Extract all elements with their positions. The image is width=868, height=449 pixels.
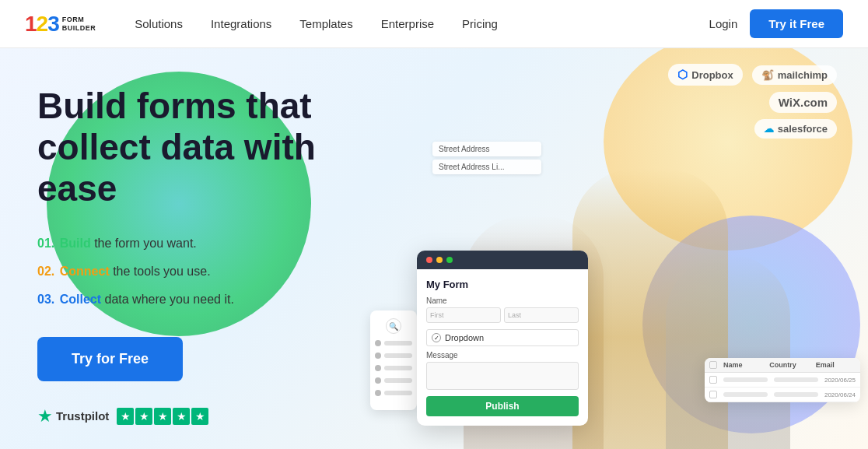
- nav-enterprise[interactable]: Enterprise: [370, 11, 445, 37]
- form-last-input: Last: [504, 307, 579, 323]
- mailchimp-logo: 🐒 mailchimp: [752, 65, 837, 85]
- nav-right: Login Try it Free: [709, 9, 843, 38]
- logo-digit-1: 1: [25, 12, 37, 36]
- trustpilot-stars: ★ ★ ★ ★ ★: [117, 408, 208, 425]
- table-mock: Name Country Email 2020/06/25 2020/06/24: [705, 358, 860, 402]
- trustpilot-logo: ★ Trustpilot: [37, 406, 109, 426]
- form-dropdown: ✓ Dropdown: [426, 329, 579, 346]
- star-4: ★: [173, 408, 190, 425]
- sidebar-icon-5: [375, 390, 381, 396]
- table-row-2-name: [723, 392, 768, 397]
- form-mock: My Form Name First Last ✓ Dropdown Messa…: [417, 251, 588, 426]
- sidebar-item-4: [375, 377, 412, 384]
- trustpilot-section: ★ Trustpilot ★ ★ ★ ★ ★: [37, 406, 404, 426]
- logo[interactable]: 123 FORM BUILDER: [25, 13, 96, 35]
- integration-row-2: WiX.com: [668, 92, 837, 113]
- star-2: ★: [135, 408, 152, 425]
- hero-right-visual: ⬡ Dropbox 🐒 mailchimp WiX.com ☁ salesfor…: [355, 48, 868, 449]
- step-1-number: 01.: [37, 237, 54, 250]
- form-name-fields: First Last: [426, 307, 579, 323]
- table-header-check: [709, 361, 717, 369]
- step-2-text: the tools you use.: [113, 265, 210, 278]
- step-3-number: 03.: [37, 293, 54, 306]
- integration-row-1: ⬡ Dropbox 🐒 mailchimp: [668, 64, 837, 86]
- integration-logos: ⬡ Dropbox 🐒 mailchimp WiX.com ☁ salesfor…: [668, 64, 837, 139]
- sidebar-icon-3: [375, 365, 381, 371]
- logo-digit-3: 3: [47, 12, 59, 36]
- table-col-email: Email: [816, 361, 856, 369]
- integration-row-3: ☁ salesforce: [668, 119, 837, 139]
- nav-solutions[interactable]: Solutions: [124, 11, 194, 37]
- nav-templates[interactable]: Templates: [289, 11, 363, 37]
- address-input-1: Street Address: [432, 142, 541, 156]
- form-publish-button[interactable]: Publish: [426, 396, 579, 416]
- table-row-2: 2020/06/24: [705, 388, 860, 402]
- mailchimp-icon: 🐒: [761, 69, 774, 81]
- star-3: ★: [154, 408, 171, 425]
- star-5: ★: [191, 408, 208, 425]
- table-col-country: Country: [769, 361, 809, 369]
- sidebar-icon-4: [375, 377, 381, 384]
- address-input-2: Street Address Li...: [432, 160, 541, 174]
- sidebar-item-3: [375, 365, 412, 371]
- table-row-1-date: 2020/06/25: [824, 377, 856, 384]
- sidebar-line-3: [384, 366, 412, 370]
- nav-pricing[interactable]: Pricing: [451, 11, 509, 37]
- step-3-keyword: Collect: [60, 293, 101, 306]
- form-mock-title: My Form: [426, 279, 579, 290]
- step-2-keyword: Connect: [60, 265, 110, 278]
- sidebar-icon-2: [375, 353, 381, 359]
- table-row-1-check: [709, 376, 717, 384]
- step-3: 03. Collect data where you need it.: [37, 290, 404, 309]
- form-message-textarea: [426, 362, 579, 390]
- window-dot-yellow: [436, 257, 443, 263]
- sidebar-line-4: [384, 378, 412, 383]
- salesforce-icon: ☁: [764, 123, 774, 135]
- steps-list: 01. Build the form you want. 02. Connect…: [37, 234, 404, 309]
- sidebar-item-1: [375, 340, 412, 346]
- person-3-silhouette: [666, 254, 790, 449]
- step-2-number: 02.: [37, 265, 54, 278]
- logo-digits: 123: [25, 13, 59, 35]
- try-for-free-button[interactable]: Try for Free: [37, 337, 183, 381]
- dropbox-logo: ⬡ Dropbox: [668, 64, 742, 86]
- table-header-row: Name Country Email: [705, 358, 860, 373]
- hero-headline: Build forms that collect data with ease: [37, 86, 404, 209]
- try-it-free-button[interactable]: Try it Free: [750, 9, 843, 38]
- trustpilot-star-icon: ★: [37, 406, 53, 426]
- sidebar-icon-1: [375, 340, 381, 346]
- dropdown-icon: ✓: [432, 333, 441, 342]
- address-inputs-mock: Street Address Street Address Li...: [432, 142, 541, 177]
- nav-integrations[interactable]: Integrations: [200, 11, 282, 37]
- salesforce-logo: ☁ salesforce: [754, 119, 837, 139]
- wix-icon: WiX.com: [779, 96, 828, 109]
- star-1: ★: [117, 408, 134, 425]
- sidebar-line-1: [384, 341, 412, 346]
- table-row-1: 2020/06/25: [705, 373, 860, 388]
- hero-left-content: Build forms that collect data with ease …: [0, 48, 404, 449]
- table-row-2-check: [709, 391, 717, 398]
- dropbox-icon: ⬡: [677, 68, 688, 82]
- trustpilot-name: Trustpilot: [56, 409, 109, 423]
- wix-logo: WiX.com: [769, 92, 837, 113]
- step-1: 01. Build the form you want.: [37, 234, 404, 253]
- form-mock-header: [417, 251, 588, 269]
- navbar: 123 FORM BUILDER Solutions Integrations …: [0, 0, 868, 48]
- sidebar-line-2: [384, 353, 412, 358]
- window-dot-green: [446, 257, 453, 263]
- step-2: 02. Connect the tools you use.: [37, 262, 404, 281]
- logo-subtitle: FORM BUILDER: [62, 16, 96, 33]
- form-message-label: Message: [426, 351, 579, 360]
- step-3-text: data where you need it.: [105, 293, 234, 306]
- table-row-1-name: [723, 377, 768, 382]
- window-dot-red: [426, 257, 432, 263]
- builder-sidebar-mock: 🔍: [370, 310, 417, 410]
- nav-links: Solutions Integrations Templates Enterpr…: [124, 11, 709, 37]
- sidebar-item-5: [375, 390, 412, 396]
- table-row-2-country: [774, 392, 818, 397]
- sidebar-line-5: [384, 391, 412, 395]
- hero-section: Build forms that collect data with ease …: [0, 48, 868, 449]
- login-button[interactable]: Login: [709, 17, 738, 30]
- form-first-input: First: [426, 307, 501, 323]
- step-1-keyword: Build: [60, 237, 91, 250]
